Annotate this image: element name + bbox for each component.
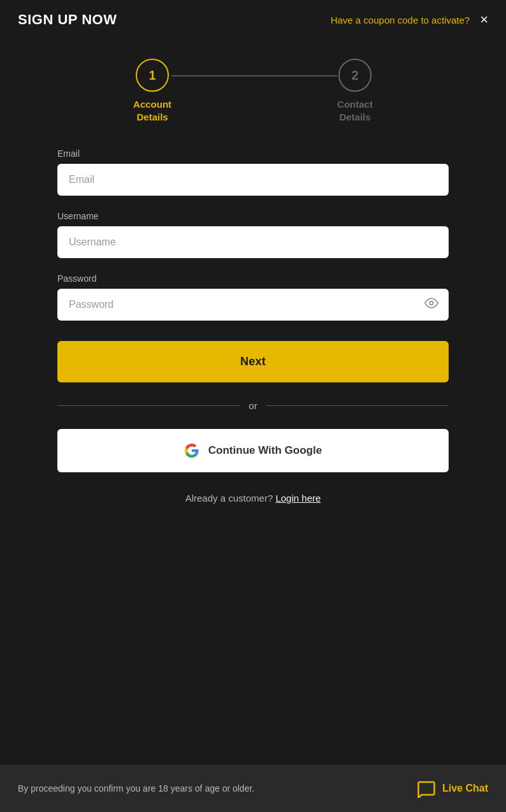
svg-point-0 — [430, 301, 433, 305]
main-content: 1 AccountDetails 2 ContactDetails Email … — [0, 40, 506, 765]
step-1-label: AccountDetails — [133, 98, 171, 123]
email-label: Email — [57, 149, 449, 159]
password-input[interactable] — [57, 289, 449, 321]
password-label: Password — [57, 273, 449, 284]
email-group: Email — [57, 149, 449, 196]
login-link[interactable]: Login here — [275, 493, 321, 504]
already-text: Already a customer? — [185, 493, 273, 504]
username-label: Username — [57, 211, 449, 221]
live-chat-button[interactable]: Live Chat — [417, 779, 488, 798]
live-chat-label: Live Chat — [442, 783, 488, 794]
username-group: Username — [57, 211, 449, 258]
divider-text: or — [249, 400, 257, 411]
header: SIGN UP NOW Have a coupon code to activa… — [0, 0, 506, 40]
divider: or — [57, 400, 449, 411]
email-input[interactable] — [57, 164, 449, 196]
toggle-password-icon[interactable] — [424, 296, 438, 314]
step-1: 1 AccountDetails — [133, 59, 171, 123]
password-group: Password — [57, 273, 449, 321]
stepper: 1 AccountDetails 2 ContactDetails — [57, 52, 449, 123]
divider-line-left — [57, 405, 240, 406]
stepper-line — [171, 75, 337, 76]
google-button-label: Continue With Google — [208, 444, 322, 457]
header-right: Have a coupon code to activate? × — [331, 13, 488, 27]
close-button[interactable]: × — [480, 13, 488, 27]
app-title: SIGN UP NOW — [18, 11, 117, 28]
step-2-circle: 2 — [338, 59, 372, 92]
footer: By proceeding you confirm you are 18 yea… — [0, 765, 506, 812]
footer-disclaimer: By proceeding you confirm you are 18 yea… — [18, 782, 254, 795]
next-button[interactable]: Next — [57, 341, 449, 382]
step-1-circle: 1 — [136, 59, 169, 92]
divider-line-right — [266, 405, 449, 406]
step-2: 2 ContactDetails — [337, 59, 373, 123]
coupon-link[interactable]: Have a coupon code to activate? — [331, 15, 470, 25]
step-2-label: ContactDetails — [337, 98, 373, 123]
step-2-number: 2 — [351, 68, 358, 83]
username-input[interactable] — [57, 226, 449, 258]
password-wrapper — [57, 289, 449, 321]
google-button[interactable]: Continue With Google — [57, 429, 449, 472]
chat-icon — [417, 779, 436, 798]
step-1-number: 1 — [149, 68, 156, 83]
already-customer: Already a customer? Login here — [57, 493, 449, 504]
google-icon — [184, 443, 199, 458]
